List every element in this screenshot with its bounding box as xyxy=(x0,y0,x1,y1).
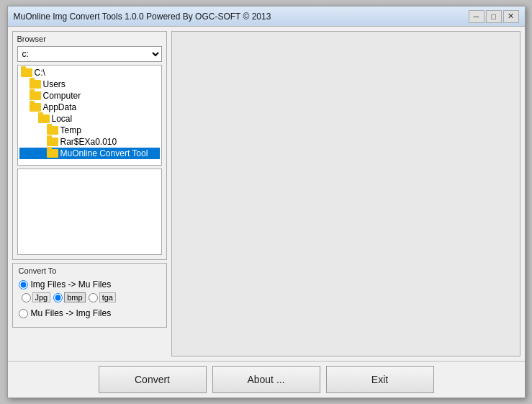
mu-to-img-label: Mu Files -> Img Files xyxy=(31,308,112,318)
tree-item-selected[interactable]: MuOnline Convert Tool xyxy=(19,148,160,159)
folder-icon xyxy=(47,138,58,146)
bmp-label: bmp xyxy=(53,292,85,302)
img-to-mu-label: Img Files -> Mu Files xyxy=(31,279,112,289)
preview-panel xyxy=(171,31,520,356)
folder-icon xyxy=(30,91,41,100)
tga-radio[interactable] xyxy=(89,293,98,302)
format-row: Jpg bmp tga xyxy=(19,292,161,302)
tree-item[interactable]: C:\ xyxy=(19,67,160,78)
browser-label: Browser xyxy=(17,35,162,43)
about-button[interactable]: About ... xyxy=(212,366,320,393)
convert-button[interactable]: Convert xyxy=(99,366,207,393)
folder-icon xyxy=(30,80,41,89)
exit-button[interactable]: Exit xyxy=(326,366,434,393)
tga-label: tga xyxy=(89,292,116,302)
tree-item[interactable]: Temp xyxy=(19,125,160,136)
file-tree[interactable]: C:\ Users Computer AppData xyxy=(17,65,162,166)
left-panel: Browser c: C:\ Users Computer xyxy=(12,31,167,356)
convert-to-group: Convert To Img Files -> Mu Files Jpg bmp xyxy=(12,263,167,328)
close-button[interactable]: ✕ xyxy=(503,10,519,23)
folder-icon xyxy=(21,68,32,77)
folder-icon xyxy=(47,126,58,135)
bmp-radio[interactable] xyxy=(53,293,63,302)
maximize-button[interactable]: □ xyxy=(486,10,502,23)
file-list[interactable] xyxy=(17,169,162,255)
mu-to-img-radio[interactable] xyxy=(19,309,28,318)
bmp-text: bmp xyxy=(64,292,85,302)
tree-item[interactable]: AppData xyxy=(19,102,160,113)
main-window: MuOnline Img Convert Tools 1.0.0 Powered… xyxy=(7,6,526,398)
img-to-mu-row: Img Files -> Mu Files xyxy=(19,279,161,289)
window-body: Browser c: C:\ Users Computer xyxy=(8,27,525,361)
jpg-text: Jpg xyxy=(32,292,51,302)
tree-item[interactable]: Local xyxy=(19,113,160,125)
tga-text: tga xyxy=(99,292,116,302)
img-to-mu-radio[interactable] xyxy=(19,280,28,289)
folder-icon xyxy=(30,103,41,112)
title-bar: MuOnline Img Convert Tools 1.0.0 Powered… xyxy=(8,6,525,27)
tree-item[interactable]: Users xyxy=(19,78,160,90)
tree-item[interactable]: Computer xyxy=(19,90,160,102)
folder-icon xyxy=(38,115,50,123)
minimize-button[interactable]: ─ xyxy=(469,10,484,23)
drive-select[interactable]: c: xyxy=(17,46,162,62)
window-title: MuOnline Img Convert Tools 1.0.0 Powered… xyxy=(14,12,271,22)
browser-group: Browser c: C:\ Users Computer xyxy=(12,31,167,260)
convert-to-label: Convert To xyxy=(19,266,161,275)
folder-icon xyxy=(47,149,58,158)
jpg-radio[interactable] xyxy=(22,293,31,302)
tree-item[interactable]: Rar$EXa0.010 xyxy=(19,136,160,148)
window-controls: ─ □ ✕ xyxy=(469,10,519,23)
mu-to-img-row: Mu Files -> Img Files xyxy=(19,308,161,318)
bottom-bar: Convert About ... Exit xyxy=(8,361,525,398)
jpg-label: Jpg xyxy=(22,292,51,302)
